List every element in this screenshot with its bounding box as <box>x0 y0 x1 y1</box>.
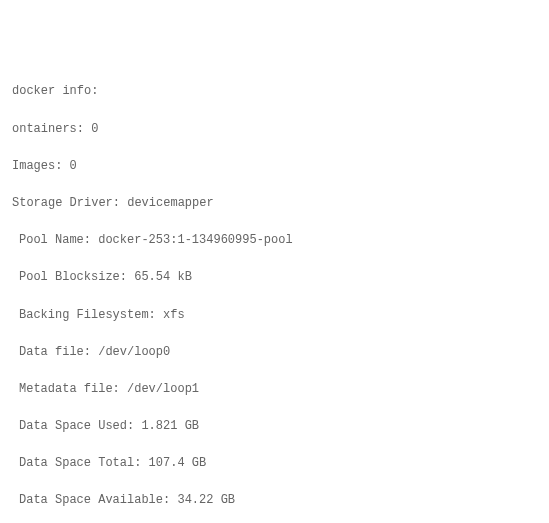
backing-filesystem-line: Backing Filesystem: xfs <box>12 306 537 325</box>
metadata-file-line: Metadata file: /dev/loop1 <box>12 380 537 399</box>
containers-line: ontainers: 0 <box>12 120 537 139</box>
images-line: Images: 0 <box>12 157 537 176</box>
data-file-line: Data file: /dev/loop0 <box>12 343 537 362</box>
data-space-used-line: Data Space Used: 1.821 GB <box>12 417 537 436</box>
data-space-total-line: Data Space Total: 107.4 GB <box>12 454 537 473</box>
docker-info-header: docker info: <box>12 82 537 101</box>
pool-blocksize-line: Pool Blocksize: 65.54 kB <box>12 268 537 287</box>
pool-name-line: Pool Name: docker-253:1-134960995-pool <box>12 231 537 250</box>
storage-driver-line: Storage Driver: devicemapper <box>12 194 537 213</box>
data-space-available-line: Data Space Available: 34.22 GB <box>12 491 537 510</box>
